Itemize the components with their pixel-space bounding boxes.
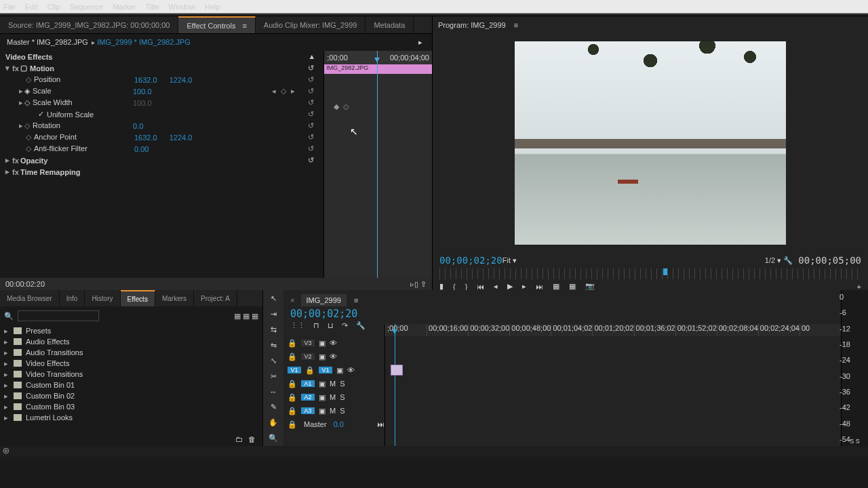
tab-markers[interactable]: Markers xyxy=(155,290,194,306)
anchor-y-value[interactable]: 1224.0 xyxy=(170,134,193,142)
new-bin-icon[interactable]: 🗀 xyxy=(235,435,243,443)
source-patch-v1[interactable]: V1 xyxy=(288,367,301,373)
keyframe-marker-icon[interactable]: ◆ xyxy=(334,102,339,111)
collapse-arrow-icon[interactable]: ▸ xyxy=(418,38,422,47)
effects-folder[interactable]: ▸Video Transitions xyxy=(4,369,258,380)
dropdown-icon[interactable]: ▾ xyxy=(777,256,781,264)
quality-dropdown[interactable]: 1/2 xyxy=(765,256,775,264)
reset-icon[interactable]: ↺ xyxy=(308,156,314,165)
tab-media-browser[interactable]: Media Browser xyxy=(0,290,60,306)
track-header-v1[interactable]: V1🔒V1▣👁 xyxy=(283,363,384,377)
track-header-a3[interactable]: 🔒A3▣MS xyxy=(283,404,384,418)
reset-icon[interactable]: ↺ xyxy=(308,87,314,96)
timeline-ruler[interactable]: ;00;0000;00;16;0000;00;32;0000;00;48;000… xyxy=(385,324,841,336)
ec-footer-icons[interactable]: ▹▯ ⇪ xyxy=(410,280,427,289)
position-y-value[interactable]: 1224.0 xyxy=(170,76,193,84)
pen-tool-icon[interactable]: ✎ xyxy=(271,403,277,411)
track-header-a2[interactable]: 🔒A2▣MS xyxy=(283,390,384,404)
anchor-x-value[interactable]: 1632.0 xyxy=(134,134,157,142)
rotation-value[interactable]: 0.0 xyxy=(133,122,143,130)
keyframe-marker-icon[interactable]: ◇ xyxy=(343,102,349,111)
hand-tool-icon[interactable]: ✋ xyxy=(269,418,278,427)
reset-icon[interactable]: ↺ xyxy=(308,144,314,153)
keyframe-nav[interactable]: ◂ ◇ ▸ xyxy=(272,87,296,96)
track-header-a1[interactable]: 🔒A1▣MS xyxy=(283,377,384,390)
mark-out-bracket-icon[interactable]: } xyxy=(465,283,468,291)
delete-icon[interactable]: 🗑 xyxy=(248,435,256,443)
menu-clip[interactable]: Clip xyxy=(47,3,60,11)
wrench-icon[interactable]: 🔧 xyxy=(783,256,793,264)
panel-menu-icon[interactable]: ≡ xyxy=(514,21,518,29)
effects-search-input[interactable] xyxy=(18,310,99,321)
tab-metadata[interactable]: Metadata xyxy=(366,16,414,33)
effects-folder[interactable]: ▸Custom Bin 02 xyxy=(4,390,258,401)
program-monitor-viewport[interactable] xyxy=(433,34,868,252)
menu-edit[interactable]: Edit xyxy=(25,3,38,11)
ripple-edit-icon[interactable]: ⇆ xyxy=(271,325,277,334)
track-select-icon[interactable]: ⇥ xyxy=(271,310,277,319)
tab-history[interactable]: History xyxy=(85,290,120,306)
go-to-in-icon[interactable]: ⏮ xyxy=(477,283,484,291)
scale-value[interactable]: 100.0 xyxy=(133,87,152,96)
reset-icon[interactable]: ↺ xyxy=(308,121,314,130)
reset-icon[interactable]: ↺ xyxy=(308,98,314,107)
selection-tool-icon[interactable]: ↖ xyxy=(271,294,277,303)
tab-audio-mixer[interactable]: Audio Clip Mixer: IMG_2999 xyxy=(256,16,366,33)
zoom-tool-icon[interactable]: 🔍 xyxy=(269,434,278,443)
tab-effect-controls[interactable]: Effect Controls≡ xyxy=(178,16,255,33)
track-header-master[interactable]: 🔒Master0.0⏭ xyxy=(283,418,384,431)
menu-bar[interactable]: FileEditClipSequenceMarkerTitleWindowHel… xyxy=(0,0,868,14)
effects-folder[interactable]: ▸Audio Effects xyxy=(4,336,258,347)
program-monitor-tabs[interactable]: Program: IMG_2999 ≡ xyxy=(433,16,868,34)
effects-filter-icons[interactable]: ▦ ▦ ▦ xyxy=(234,312,258,321)
effects-folder[interactable]: ▸Presets xyxy=(4,325,258,336)
effects-folder[interactable]: ▸Audio Transitions xyxy=(4,347,258,358)
time-remap-effect[interactable]: ▸fxTime Remapping xyxy=(5,166,318,178)
mark-in-bracket-icon[interactable]: { xyxy=(453,283,456,291)
position-x-value[interactable]: 1632.0 xyxy=(134,76,157,84)
add-button-icon[interactable]: + xyxy=(857,283,861,291)
motion-effect[interactable]: ▾fx▢Motion↺ xyxy=(5,62,318,74)
menu-title[interactable]: Title xyxy=(145,3,159,11)
mini-playhead[interactable] xyxy=(377,51,378,278)
search-icon[interactable]: 🔍 xyxy=(4,312,14,321)
tab-info[interactable]: Info xyxy=(60,290,85,306)
sequence-tab[interactable]: IMG_2999 xyxy=(301,294,347,306)
effects-folder[interactable]: ▸Lumetri Looks xyxy=(4,412,258,423)
menu-file[interactable]: File xyxy=(3,3,16,11)
source-panel-tabs[interactable]: Source: IMG_2999_IMG_2982.JPG: 00;00;00;… xyxy=(0,16,432,34)
timeline-tools[interactable]: ↖ ⇥ ⇆ ⇋ ⤡ ✂ ↔ ✎ ✋ 🔍 xyxy=(263,290,283,446)
tab-source[interactable]: Source: IMG_2999_IMG_2982.JPG: 00;00;00;… xyxy=(0,16,178,33)
razor-tool-icon[interactable]: ✂ xyxy=(271,372,277,381)
rolling-edit-icon[interactable]: ⇋ xyxy=(271,341,277,350)
program-timecode-left[interactable]: 00;00;02;20 xyxy=(439,255,502,266)
effects-tree[interactable]: ▸Presets▸Audio Effects▸Audio Transitions… xyxy=(4,325,258,423)
timeline-track-area[interactable]: ;00;0000;00;16;0000;00;32;0000;00;48;000… xyxy=(385,324,841,446)
slip-tool-icon[interactable]: ↔ xyxy=(270,388,277,396)
program-scrubber[interactable] xyxy=(439,268,861,279)
tab-project-a[interactable]: Project: A xyxy=(194,290,237,306)
track-header-v3[interactable]: 🔒V3▣👁 xyxy=(283,336,384,350)
timeline-timecode[interactable]: 00;00;02;20 xyxy=(290,308,834,320)
reset-icon[interactable]: ↺ xyxy=(308,64,314,73)
app-menu-icon[interactable]: ◎ xyxy=(0,446,9,454)
menu-help[interactable]: Help xyxy=(205,3,220,11)
panel-menu-icon[interactable]: ≡ xyxy=(354,296,358,304)
program-playhead-dot[interactable] xyxy=(663,268,667,275)
effects-folder[interactable]: ▸Video Effects xyxy=(4,358,258,369)
go-to-out-icon[interactable]: ⏭ xyxy=(536,283,543,291)
flicker-value[interactable]: 0.00 xyxy=(134,145,149,153)
track-header-v2[interactable]: 🔒V2▣👁 xyxy=(283,350,384,363)
opacity-effect[interactable]: ▸fxOpacity↺ xyxy=(5,155,318,166)
menu-sequence[interactable]: Sequence xyxy=(70,3,104,11)
panel-menu-icon[interactable]: ≡ xyxy=(242,22,246,30)
tab-effects[interactable]: Effects xyxy=(121,290,155,306)
menu-window[interactable]: Window xyxy=(169,3,195,11)
menu-marker[interactable]: Marker xyxy=(113,3,136,11)
prop-uniform-scale[interactable]: ✓Uniform Scale ↺ xyxy=(5,108,318,120)
reset-icon[interactable]: ↺ xyxy=(308,75,314,84)
reset-icon[interactable]: ↺ xyxy=(308,133,314,142)
close-sequence-icon[interactable]: × xyxy=(290,296,294,304)
effects-folder[interactable]: ▸Custom Bin 03 xyxy=(4,401,258,412)
sequence-clip-link[interactable]: IMG_2999 * IMG_2982.JPG xyxy=(97,38,191,46)
